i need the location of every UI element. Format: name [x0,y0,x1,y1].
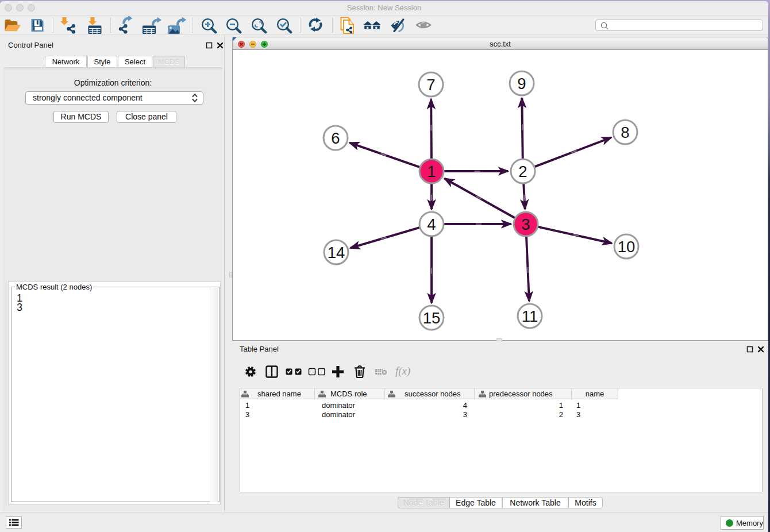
svg-text:4: 4 [427,215,436,233]
svg-text:10: 10 [618,238,636,256]
svg-text:3: 3 [521,215,530,233]
svg-text:8: 8 [621,124,629,141]
svg-text:1: 1 [427,163,436,180]
svg-text:11: 11 [522,307,538,325]
svg-text:2: 2 [518,163,527,180]
svg-text:7: 7 [426,76,435,94]
svg-text:15: 15 [423,309,441,327]
svg-text:6: 6 [331,129,340,147]
svg-text:9: 9 [517,75,526,92]
svg-text:14: 14 [328,244,345,261]
